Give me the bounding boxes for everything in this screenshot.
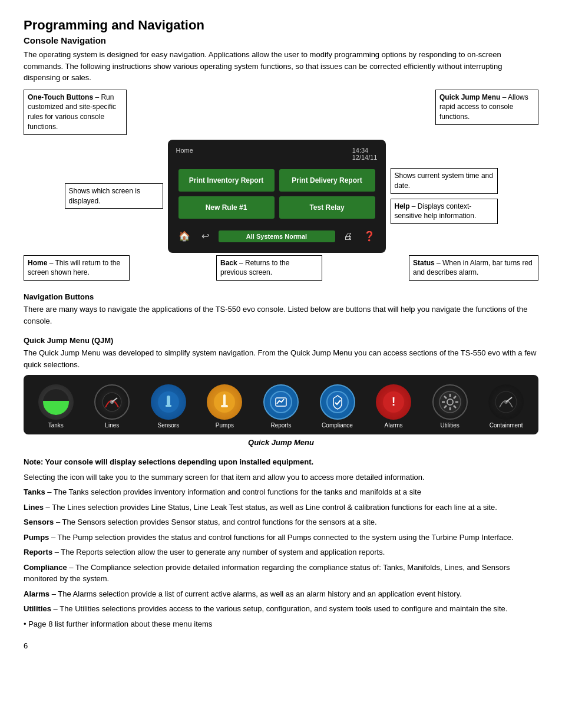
back-ann-label: Back — [220, 259, 237, 267]
help-annotation: Help – Displays context-sensitive help i… — [391, 199, 498, 225]
containment-label: Containment — [490, 422, 523, 429]
qjm-heading: Quick Jump Menu (QJM) — [24, 336, 538, 345]
console-footer: 🏠 ↩ All Systems Normal 🖨 ❓ — [174, 223, 380, 247]
qjm-compliance-item[interactable]: Compliance — [317, 384, 358, 429]
console-buttons-grid: Print Inventory Report Print Delivery Re… — [174, 164, 380, 223]
qjm-containment-item[interactable]: Containment — [485, 384, 527, 429]
home-annotation: Home – This will return to the screen sh… — [24, 255, 130, 281]
shows-current-text: Shows current system time and date. — [395, 172, 493, 190]
svg-rect-8 — [221, 405, 228, 407]
status-ann-label: Status — [413, 259, 435, 267]
utilities-icon — [432, 384, 468, 420]
compliance-label: Compliance — [322, 422, 353, 429]
help-label: Help — [395, 202, 410, 210]
shows-current-annotation: Shows current system time and date. — [391, 168, 498, 194]
qjm-lines-item[interactable]: Lines — [91, 384, 133, 429]
note-text: Note: Your console will display selectio… — [24, 456, 538, 468]
lines-label: Lines — [105, 422, 119, 429]
console-nav-body: The operating system is designed for eas… — [24, 49, 538, 84]
lines-desc: Lines – The Lines selection provides Lin… — [24, 502, 538, 513]
utilities-label: Utilities — [440, 422, 459, 429]
reports-label: Reports — [270, 422, 291, 429]
svg-rect-4 — [167, 396, 170, 406]
footer-note: • Page 8 list further information about … — [24, 618, 538, 630]
reports-icon — [263, 384, 299, 420]
sensors-label: Sensors — [158, 422, 180, 429]
qjm-alarms-item[interactable]: ! Alarms — [373, 384, 414, 429]
print-inventory-btn[interactable]: Print Inventory Report — [178, 169, 275, 192]
compliance-icon — [320, 384, 355, 420]
qjm-bar: Tanks Lines — [24, 375, 538, 434]
qjm-utilities-item[interactable]: Utilities — [429, 384, 471, 429]
qjm-sensors-item[interactable]: Sensors — [148, 384, 189, 429]
alarms-desc: Alarms – The Alarms selection provide a … — [24, 588, 538, 600]
lines-icon — [94, 384, 130, 420]
console-header: Home 14:3412/14/11 — [174, 146, 380, 164]
right-middle-annotations: Shows current system time and date. Help… — [386, 168, 498, 224]
console-diagram: One-Touch Buttons – Run customized and s… — [24, 90, 538, 281]
test-relay-btn[interactable]: Test Relay — [279, 196, 375, 219]
print-delivery-btn[interactable]: Print Delivery Report — [279, 169, 375, 192]
svg-text:!: ! — [392, 395, 396, 408]
diagram-top-row: One-Touch Buttons – Run customized and s… — [24, 90, 538, 135]
svg-rect-5 — [166, 405, 171, 407]
console-navigation-section: Console Navigation The operating system … — [24, 35, 538, 281]
shows-which-text: Shows which screen is displayed. — [69, 187, 140, 205]
qjm-icons-row: Tanks Lines — [28, 384, 534, 429]
shows-which-annotation: Shows which screen is displayed. — [65, 183, 163, 209]
qjm-caption: Quick Jump Menu — [24, 438, 538, 447]
nav-buttons-section: Navigation Buttons There are many ways t… — [24, 292, 538, 327]
sensors-icon — [151, 384, 186, 420]
console-nav-heading: Console Navigation — [24, 35, 538, 45]
qjm-tanks-item[interactable]: Tanks — [35, 384, 77, 429]
qjm-pumps-item[interactable]: Pumps — [204, 384, 245, 429]
print-icon[interactable]: 🖨 — [340, 228, 356, 245]
sensors-desc: Sensors – The Sensors selection provides… — [24, 516, 538, 528]
one-touch-annotation: One-Touch Buttons – Run customized and s… — [24, 90, 127, 135]
qjm-section: Quick Jump Menu (QJM) The Quick Jump Men… — [24, 336, 538, 447]
tanks-desc: Tanks – The Tanks selection provides inv… — [24, 486, 538, 498]
svg-rect-7 — [223, 394, 226, 406]
diagram-bottom-annotations: Home – This will return to the screen sh… — [24, 255, 538, 281]
help-icon[interactable]: ❓ — [361, 228, 378, 245]
home-ann-label: Home — [28, 259, 47, 267]
containment-icon — [488, 384, 524, 420]
page-title: Programming and Navigation — [24, 18, 538, 33]
page-number: 6 — [24, 641, 538, 650]
selecting-text: Selecting the icon will take you to the … — [24, 472, 538, 483]
qjm-body: The Quick Jump Menu was developed to sim… — [24, 347, 538, 370]
tanks-label: Tanks — [48, 422, 64, 429]
nav-buttons-body: There are many ways to navigate the appl… — [24, 304, 538, 327]
descriptions-section: Note: Your console will display selectio… — [24, 456, 538, 630]
qjm-reports-item[interactable]: Reports — [260, 384, 302, 429]
status-annotation: Status – When in Alarm, bar turns red an… — [409, 255, 538, 281]
console-datetime: 14:3412/14/11 — [352, 147, 378, 161]
quick-jump-label: Quick Jump Menu — [439, 93, 500, 101]
compliance-desc: Compliance – The Compliance selection pr… — [24, 562, 538, 585]
pumps-icon — [207, 384, 242, 420]
console-home-label: Home — [176, 147, 193, 161]
one-touch-label: One-Touch Buttons – Run customized and s… — [28, 93, 116, 131]
nav-buttons-heading: Navigation Buttons — [24, 292, 538, 301]
home-icon[interactable]: 🏠 — [176, 228, 193, 245]
alarms-icon: ! — [376, 384, 411, 420]
pumps-desc: Pumps – The Pump selection provides the … — [24, 532, 538, 543]
console-mockup: Home 14:3412/14/11 Print Inventory Repor… — [168, 140, 386, 253]
pumps-label: Pumps — [216, 422, 234, 429]
alarms-label: Alarms — [384, 422, 402, 429]
tanks-icon — [38, 384, 74, 420]
back-icon[interactable]: ↩ — [197, 228, 214, 245]
diagram-middle-row: Shows which screen is displayed. Home 14… — [24, 140, 538, 253]
quick-jump-annotation: Quick Jump Menu – Allows rapid access to… — [435, 90, 538, 125]
status-bar: All Systems Normal — [219, 230, 335, 242]
new-rule-btn[interactable]: New Rule #1 — [178, 196, 275, 219]
back-annotation: Back – Returns to the previous screen. — [216, 255, 322, 281]
reports-desc: Reports – The Reports selection allow th… — [24, 546, 538, 558]
left-middle-annotations: Shows which screen is displayed. — [65, 183, 168, 209]
utilities-desc: Utilities – The Utilities selections pro… — [24, 603, 538, 615]
